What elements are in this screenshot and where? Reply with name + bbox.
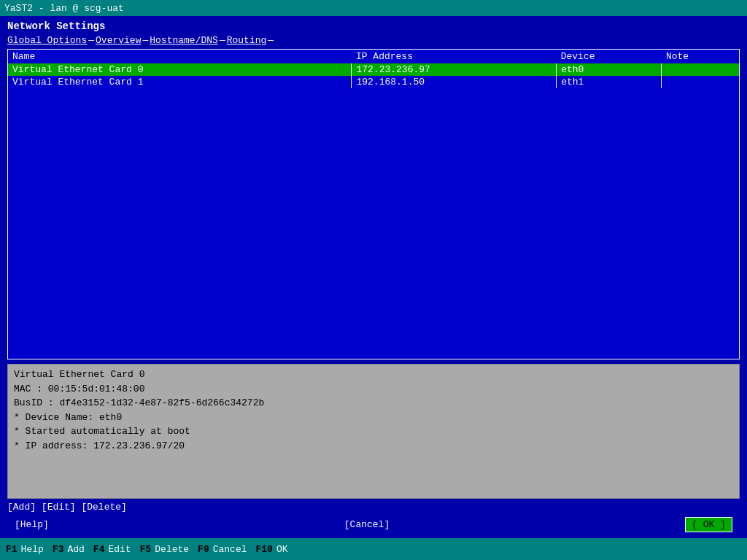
detail-busid: BusID : df4e3152-1d32-4e87-82f5-6d266c34… <box>14 396 733 411</box>
network-table: Name IP Address Device Note Virtual Ethe… <box>8 50 739 88</box>
action-bar: [Add] [Edit] [Delete] <box>7 499 740 516</box>
cancel-button[interactable]: [Cancel] <box>344 519 390 530</box>
detail-mac: MAC : 00:15:5d:01:48:00 <box>14 382 733 397</box>
f1-label: Help <box>21 544 44 555</box>
fkey-bar: F1 Help F3 Add F4 Edit F5 Delete F9 Canc… <box>0 538 747 560</box>
table-row[interactable]: Virtual Ethernet Card 0 172.23.236.97 et… <box>8 63 739 76</box>
row-name: Virtual Ethernet Card 1 <box>8 76 352 88</box>
detail-panel: Virtual Ethernet Card 0 MAC : 00:15:5d:0… <box>7 364 740 499</box>
f9-key[interactable]: F9 <box>195 542 212 556</box>
main-content: Network Settings Global Options — Overvi… <box>0 16 747 538</box>
title-text: YaST2 - lan @ scg-uat <box>4 3 124 14</box>
row-ip: 192.168.1.50 <box>352 76 557 88</box>
detail-line-2: * Started automatically at boot <box>14 424 733 439</box>
col-device: Device <box>557 50 662 63</box>
row-ip: 172.23.236.97 <box>352 63 557 76</box>
f4-key[interactable]: F4 <box>90 542 108 556</box>
help-button[interactable]: [Help] <box>15 519 49 530</box>
table-row[interactable]: Virtual Ethernet Card 1 192.168.1.50 eth… <box>8 76 739 88</box>
f5-key[interactable]: F5 <box>137 542 155 556</box>
row-note <box>662 76 739 88</box>
detail-line-3: * IP address: 172.23.236.97/20 <box>14 439 733 454</box>
detail-title: Virtual Ethernet Card 0 <box>14 368 733 382</box>
tab-routing[interactable]: Routing <box>227 35 267 46</box>
col-ip: IP Address <box>352 50 557 63</box>
row-note <box>662 63 739 76</box>
edit-button[interactable]: [Edit] <box>42 502 76 513</box>
tab-overview[interactable]: Overview <box>96 35 141 46</box>
row-name: Virtual Ethernet Card 0 <box>8 63 352 76</box>
network-panel: Name IP Address Device Note Virtual Ethe… <box>7 49 740 359</box>
f10-key[interactable]: F10 <box>253 542 276 556</box>
delete-button[interactable]: [Delete] <box>81 502 126 513</box>
bottom-bar: [Help] [Cancel] [ OK ] <box>7 516 740 534</box>
f1-key[interactable]: F1 <box>3 542 20 556</box>
f10-label: OK <box>276 544 288 555</box>
title-bar: YaST2 - lan @ scg-uat <box>0 0 747 16</box>
tab-bar: Global Options — Overview — Hostname/DNS… <box>7 35 740 46</box>
f4-label: Edit <box>108 544 131 555</box>
row-device: eth0 <box>557 63 662 76</box>
detail-line-1: * Device Name: eth0 <box>14 411 733 425</box>
tab-global-options[interactable]: Global Options <box>7 35 87 46</box>
tab-hostname-dns[interactable]: Hostname/DNS <box>150 35 218 46</box>
f3-key[interactable]: F3 <box>50 542 67 556</box>
row-device: eth1 <box>557 76 662 88</box>
f3-label: Add <box>67 544 84 555</box>
f9-label: Cancel <box>213 544 247 555</box>
ok-button[interactable]: [ OK ] <box>685 517 732 532</box>
col-note: Note <box>662 50 739 63</box>
add-button[interactable]: [Add] <box>7 502 36 513</box>
col-name: Name <box>8 50 352 63</box>
page-title: Network Settings <box>7 20 740 32</box>
f5-label: Delete <box>155 544 189 555</box>
